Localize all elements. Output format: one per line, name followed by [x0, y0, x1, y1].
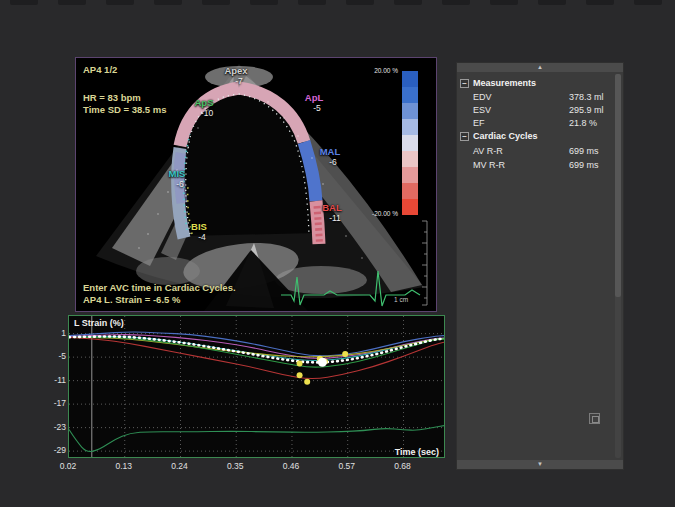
group-label: Measurements [473, 78, 536, 88]
cardiac-cycles-group-header[interactable]: − Cardiac Cycles [460, 131, 538, 141]
scroll-up-button[interactable]: ▲ [457, 63, 623, 72]
colorbar-min-label: -20.00 % [346, 210, 398, 217]
collapse-icon[interactable]: − [460, 132, 469, 141]
heart-rate-label: HR = 83 bpm [83, 92, 141, 103]
y-tick-label: -11 [40, 375, 66, 385]
row-label: MV R-R [473, 160, 505, 170]
colorbar-segment [402, 167, 418, 183]
x-tick-label: 0.02 [53, 461, 83, 471]
application-window: { "window": { "background": "#29292b" },… [0, 0, 675, 507]
scroll-down-icon: ▼ [537, 461, 543, 467]
measurement-row-mv-rr[interactable]: MV R-R 699 ms [473, 160, 619, 170]
ultrasound-image-panel[interactable]: AP4 1/2 HR = 83 bpm Time SD = 38.5 ms En… [75, 57, 437, 312]
y-tick-label: -29 [40, 445, 66, 455]
y-tick-label: -23 [40, 422, 66, 432]
row-label: ESV [473, 105, 491, 115]
global-strain-label: AP4 L. Strain = -6.5 % [83, 294, 180, 305]
panel-corner-icon[interactable] [589, 413, 600, 424]
avc-message: Enter AVC time in Cardiac Cycles. [83, 282, 236, 293]
strain-chart-panel[interactable]: L Strain (%) Time (sec) [68, 315, 445, 458]
scroll-up-icon: ▲ [537, 64, 543, 70]
row-label: EF [473, 118, 485, 128]
segment-label-bal: BAL -11 [322, 203, 342, 223]
colorbar-segment [402, 151, 418, 167]
row-value: 21.8 % [569, 118, 597, 128]
measurements-panel: ▲ − Measurements EDV 378.3 ml ESV 295.9 … [456, 62, 624, 470]
colorbar-segment [402, 199, 418, 215]
colorbar-segment [402, 87, 418, 103]
row-value: 378.3 ml [569, 92, 604, 102]
y-tick-label: -17 [40, 398, 66, 408]
panel-scrollbar[interactable] [615, 74, 621, 458]
segment-label-mal: MAL -6 [320, 147, 341, 167]
scroll-down-button[interactable]: ▼ [457, 460, 623, 469]
depth-scale-label: 1 cm [394, 296, 408, 303]
collapse-icon[interactable]: − [460, 79, 469, 88]
colorbar-segment [402, 183, 418, 199]
row-value: 295.9 ml [569, 105, 604, 115]
row-value: 699 ms [569, 146, 599, 156]
segment-label-bis: BIS -4 [191, 222, 207, 242]
measurement-row-esv[interactable]: ESV 295.9 ml [473, 105, 619, 115]
colorbar-segment [402, 103, 418, 119]
x-tick-label: 0.13 [109, 461, 139, 471]
measurement-row-edv[interactable]: EDV 378.3 ml [473, 92, 619, 102]
segment-label-aps: ApS -10 [195, 98, 214, 118]
row-label: EDV [473, 92, 492, 102]
strain-chart-canvas[interactable] [69, 316, 444, 457]
top-edge-cropped-toolbar [0, 0, 675, 6]
depth-ruler [422, 221, 427, 305]
x-tick-label: 0.68 [387, 461, 417, 471]
y-tick-label: -5 [40, 351, 66, 361]
scrollbar-thumb[interactable] [615, 74, 621, 297]
group-label: Cardiac Cycles [473, 131, 538, 141]
colorbar-segment [402, 135, 418, 151]
colorbar-segment [402, 119, 418, 135]
segment-label-apex: Apex -7 [224, 66, 247, 86]
row-value: 699 ms [569, 160, 599, 170]
colorbar-segment [402, 71, 418, 87]
x-tick-label: 0.35 [220, 461, 250, 471]
measurements-group-header[interactable]: − Measurements [460, 78, 536, 88]
x-tick-label: 0.46 [276, 461, 306, 471]
row-label: AV R-R [473, 146, 503, 156]
strain-colorbar [402, 71, 418, 215]
segment-label-mis: MIS -6 [169, 169, 186, 189]
time-sd-label: Time SD = 38.5 ms [83, 104, 167, 115]
x-tick-label: 0.24 [164, 461, 194, 471]
chart-x-axis-label: Time (sec) [395, 447, 439, 457]
y-tick-label: 1 [40, 328, 66, 338]
colorbar-max-label: 20.00 % [346, 67, 398, 74]
view-label: AP4 1/2 [83, 64, 117, 75]
segment-label-apl: ApL -5 [305, 93, 323, 113]
measurement-row-ef[interactable]: EF 21.8 % [473, 118, 619, 128]
x-tick-label: 0.57 [332, 461, 362, 471]
chart-title: L Strain (%) [74, 318, 124, 328]
measurement-row-av-rr[interactable]: AV R-R 699 ms [473, 146, 619, 156]
